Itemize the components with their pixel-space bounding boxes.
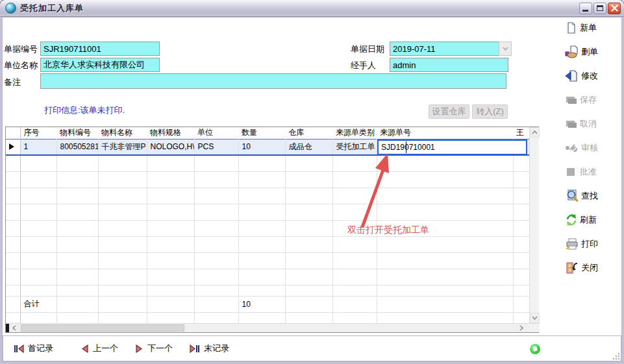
grid-empty-cell[interactable] <box>194 188 238 204</box>
grid-empty-cell[interactable] <box>147 269 194 285</box>
cell-warehouse[interactable]: 成品仓 <box>285 139 332 155</box>
grid-empty-cell[interactable] <box>285 285 332 296</box>
grid-empty-cell[interactable] <box>20 204 56 220</box>
scroll-up-button[interactable] <box>530 127 540 138</box>
hscroll-thumb[interactable] <box>21 324 184 332</box>
sidebar-item-refresh[interactable]: 刷新 <box>565 213 622 227</box>
prev-record-button[interactable]: 上一个 <box>81 343 118 354</box>
grid-empty-cell[interactable] <box>20 312 56 323</box>
grid-empty-cell[interactable] <box>377 236 513 252</box>
grid-empty-cell[interactable] <box>98 236 147 252</box>
grid-empty-cell[interactable] <box>513 171 529 188</box>
minimize-button[interactable] <box>579 3 592 14</box>
grid-empty-cell[interactable] <box>377 269 513 285</box>
grid-empty-cell[interactable] <box>56 312 98 323</box>
grid-empty-cell[interactable] <box>20 188 56 204</box>
grid-empty-cell[interactable] <box>6 204 20 220</box>
grid-empty-cell[interactable] <box>147 171 194 188</box>
grid-empty-cell[interactable] <box>238 236 285 252</box>
grid-empty-cell[interactable] <box>377 252 513 269</box>
unit-name-input[interactable] <box>40 58 160 72</box>
grid-empty-cell[interactable] <box>6 220 20 236</box>
grid-empty-cell[interactable] <box>513 285 529 296</box>
grid-empty-cell[interactable] <box>6 155 20 171</box>
grid-empty-cell[interactable] <box>194 220 238 236</box>
grid-empty-cell[interactable] <box>332 155 377 171</box>
vertical-scrollbar[interactable] <box>529 127 539 323</box>
remark-input[interactable] <box>40 73 506 89</box>
sidebar-item-delete[interactable]: 删单 <box>565 45 622 59</box>
grid-empty-cell[interactable] <box>513 312 529 323</box>
grid-empty-cell[interactable] <box>238 155 285 171</box>
grid-empty-cell[interactable] <box>20 236 56 252</box>
grid-empty-cell[interactable] <box>20 285 56 296</box>
grid-empty-cell[interactable] <box>332 252 377 269</box>
grid-empty-cell[interactable] <box>56 155 98 171</box>
grid-empty-cell[interactable] <box>285 188 332 204</box>
grid-empty-cell[interactable] <box>20 155 56 171</box>
grid-empty-cell[interactable] <box>285 204 332 220</box>
grid-empty-cell[interactable] <box>238 204 285 220</box>
cell-seq[interactable]: 1 <box>20 139 56 155</box>
grid-empty-cell[interactable] <box>238 188 285 204</box>
grid-empty-cell[interactable] <box>377 285 513 296</box>
grid-empty-cell[interactable] <box>377 312 513 323</box>
grid-empty-cell[interactable] <box>377 188 513 204</box>
grid-empty-cell[interactable] <box>98 171 147 188</box>
grid-empty-cell[interactable] <box>194 269 238 285</box>
grid-empty-cell[interactable] <box>332 204 377 220</box>
grid-empty-cell[interactable] <box>513 220 529 236</box>
grid-empty-cell[interactable] <box>147 204 194 220</box>
grid-empty-cell[interactable] <box>6 236 20 252</box>
doc-no-input[interactable] <box>40 42 160 56</box>
horizontal-scrollbar[interactable] <box>6 323 540 332</box>
grid-empty-cell[interactable] <box>147 155 194 171</box>
grid-empty-cell[interactable] <box>56 285 98 296</box>
sidebar-item-find[interactable]: 查找 <box>565 189 622 203</box>
grid-empty-cell[interactable] <box>6 171 20 188</box>
row-selector-cell[interactable] <box>6 139 20 155</box>
first-record-button[interactable]: 首记录 <box>14 343 53 354</box>
grid-empty-cell[interactable] <box>194 171 238 188</box>
grid-empty-cell[interactable] <box>20 220 56 236</box>
grid-empty-cell[interactable] <box>194 312 238 323</box>
grid-empty-cell[interactable] <box>513 204 529 220</box>
grid-empty-cell[interactable] <box>513 155 529 171</box>
grid-empty-cell[interactable] <box>56 269 98 285</box>
grid-empty-cell[interactable] <box>513 269 529 285</box>
grid-empty-cell[interactable] <box>98 252 147 269</box>
grid-empty-cell[interactable] <box>238 285 285 296</box>
grid-empty-cell[interactable] <box>56 252 98 269</box>
grid-empty-cell[interactable] <box>285 220 332 236</box>
grid-empty-cell[interactable] <box>6 312 20 323</box>
scroll-left-button[interactable] <box>9 324 19 332</box>
grid-empty-cell[interactable] <box>98 155 147 171</box>
sidebar-item-new[interactable]: 新单 <box>565 21 622 35</box>
grid-empty-cell[interactable] <box>513 236 529 252</box>
scroll-right-button[interactable] <box>516 324 527 332</box>
cell-material-name[interactable]: 千兆非管理P <box>98 139 147 155</box>
grid-empty-cell[interactable] <box>56 220 98 236</box>
cell-material-no[interactable]: 8005052810 <box>56 139 98 155</box>
grid-empty-cell[interactable] <box>56 171 98 188</box>
cell-spec[interactable]: NOLOGO,H\ <box>147 139 194 155</box>
grid-empty-cell[interactable] <box>98 204 147 220</box>
grid-empty-cell[interactable] <box>147 220 194 236</box>
grid-empty-cell[interactable] <box>98 269 147 285</box>
grid-empty-cell[interactable] <box>238 269 285 285</box>
cell-unit[interactable]: PCS <box>194 139 238 155</box>
grid-empty-cell[interactable] <box>285 312 332 323</box>
close-button[interactable] <box>608 3 621 14</box>
grid-empty-cell[interactable] <box>513 188 529 204</box>
grid-empty-cell[interactable] <box>147 312 194 323</box>
grid-empty-cell[interactable] <box>377 171 513 188</box>
grid-empty-cell[interactable] <box>20 269 56 285</box>
cell-source-type[interactable]: 受托加工单 <box>332 139 377 155</box>
grid-empty-cell[interactable] <box>6 269 20 285</box>
grid-empty-cell[interactable] <box>332 269 377 285</box>
grid-empty-cell[interactable] <box>147 236 194 252</box>
maximize-button[interactable] <box>593 3 606 14</box>
sidebar-item-modify[interactable]: 修改 <box>565 69 622 83</box>
grid-empty-cell[interactable] <box>98 312 147 323</box>
grid-empty-cell[interactable] <box>377 204 513 220</box>
